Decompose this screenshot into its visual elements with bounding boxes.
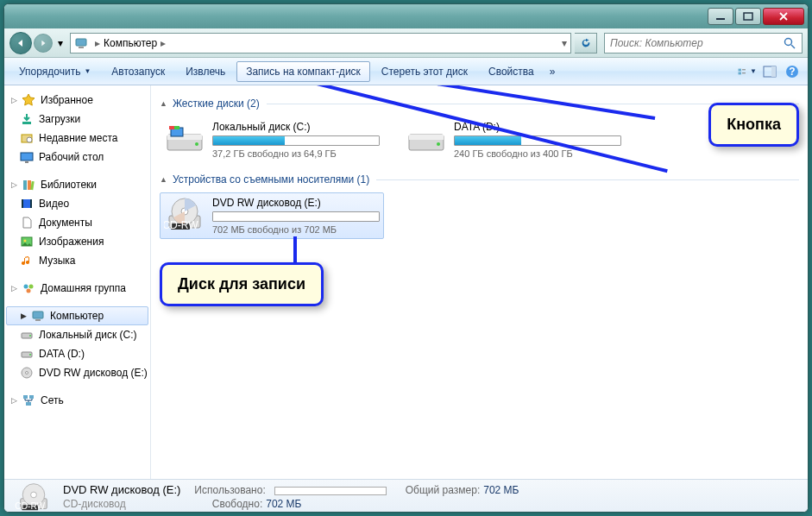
sidebar-homegroup[interactable]: ▷Домашняя группа [4, 279, 150, 298]
command-bar: Упорядочить▼ Автозапуск Извлечь Запись н… [4, 58, 808, 85]
address-dropdown-icon[interactable]: ▾ [562, 37, 567, 49]
organize-button[interactable]: Упорядочить▼ [9, 61, 100, 82]
search-icon [783, 36, 796, 50]
svg-rect-7 [742, 69, 746, 70]
sidebar-favorites[interactable]: ▷Избранное [4, 91, 150, 110]
properties-button[interactable]: Свойства [479, 61, 544, 82]
svg-point-25 [24, 240, 27, 242]
window-controls [706, 8, 804, 25]
sidebar-libraries[interactable]: ▷Библиотеки [4, 175, 150, 194]
sidebar-item-documents[interactable]: Документы [4, 213, 150, 232]
drive-e[interactable]: CD-RW DVD RW дисковод (E:) 702 МБ свобод… [160, 192, 384, 239]
sidebar-item-downloads[interactable]: Загрузки [4, 110, 150, 129]
more-commands-button[interactable]: » [545, 61, 560, 82]
svg-point-34 [29, 354, 31, 356]
burn-button[interactable]: Запись на компакт-диск [236, 61, 370, 82]
sidebar-item-drive-d[interactable]: DATA (D:) [4, 344, 150, 363]
view-options-button[interactable]: ▼ [737, 61, 758, 82]
annotation-button: Кнопка [708, 103, 799, 147]
sidebar-item-desktop[interactable]: Рабочий стол [4, 148, 150, 167]
network-icon [22, 393, 35, 407]
back-button[interactable] [9, 32, 32, 54]
search-box[interactable] [604, 33, 803, 53]
details-title: DVD RW дисковод (E:) [63, 483, 180, 496]
hdd-icon [20, 347, 34, 361]
sidebar-item-recent[interactable]: Недавние места [4, 129, 150, 148]
drive-usage-bar [212, 135, 380, 146]
svg-point-26 [24, 285, 28, 289]
close-button[interactable] [763, 8, 804, 25]
hdd-icon [406, 121, 447, 155]
minimize-button[interactable] [708, 8, 733, 25]
group-removable[interactable]: ▲Устройства со съемными носителями (1) [160, 173, 799, 186]
sidebar-network[interactable]: ▷Сеть [4, 391, 150, 410]
drive-c[interactable]: Локальный диск (C:) 37,2 ГБ свободно из … [160, 116, 384, 163]
drive-usage-bar [212, 211, 380, 222]
sidebar-computer[interactable]: ▶Компьютер [6, 306, 148, 325]
content-pane: ▲Жесткие диски (2) Локальный диск (C:) 3… [151, 85, 808, 479]
preview-pane-button[interactable] [759, 61, 780, 82]
forward-button[interactable] [34, 34, 53, 53]
downloads-icon [20, 112, 34, 126]
svg-rect-2 [76, 39, 86, 46]
search-input[interactable] [610, 37, 783, 49]
annotation-line [293, 236, 297, 262]
svg-text:CD-RW: CD-RW [15, 501, 45, 511]
details-pane: CD-RW DVD RW дисковод (E:)Использовано:О… [4, 479, 808, 513]
svg-point-48 [437, 142, 440, 146]
svg-rect-30 [35, 319, 41, 321]
nav-history-dropdown[interactable]: ▾ [54, 34, 66, 53]
refresh-button[interactable] [575, 33, 597, 53]
svg-rect-22 [22, 199, 23, 208]
eject-button[interactable]: Извлечь [176, 61, 235, 82]
hdd-icon [164, 121, 205, 155]
navigation-pane: ▷Избранное Загрузки Недавние места Рабоч… [4, 85, 151, 479]
optical-drive-icon: CD-RW [164, 197, 205, 231]
sidebar-item-drive-c[interactable]: Локальный диск (C:) [4, 325, 150, 344]
svg-rect-37 [23, 395, 28, 399]
group-hdd[interactable]: ▲Жесткие диски (2) [160, 98, 799, 110]
sidebar-item-video[interactable]: Видео [4, 194, 150, 213]
sidebar-item-drive-e[interactable]: DVD RW дисковод (E:) [4, 363, 150, 382]
address-bar[interactable]: ▸ Компьютер ▸ ▾ [70, 33, 571, 53]
autoplay-button[interactable]: Автозапуск [102, 61, 174, 82]
svg-rect-16 [21, 153, 33, 160]
drive-label: Локальный диск (C:) [212, 121, 380, 133]
recent-icon [20, 131, 34, 145]
titlebar [4, 4, 808, 28]
documents-icon [20, 216, 34, 230]
svg-rect-17 [25, 161, 28, 163]
svg-point-27 [29, 285, 34, 289]
sidebar-item-pictures[interactable]: Изображения [4, 232, 150, 251]
svg-point-4 [785, 38, 792, 45]
svg-rect-0 [716, 18, 725, 20]
maximize-button[interactable] [735, 8, 761, 25]
svg-rect-44 [169, 126, 174, 129]
desktop-icon [20, 150, 34, 164]
optical-drive-icon: CD-RW [13, 482, 54, 512]
svg-rect-6 [739, 72, 741, 74]
svg-rect-5 [739, 68, 741, 71]
drive-d[interactable]: DATA (D:) 240 ГБ свободно из 400 ГБ [401, 116, 626, 163]
pictures-icon [20, 235, 34, 249]
sidebar-item-music[interactable]: Музыка [4, 251, 150, 270]
drive-label: DVD RW дисковод (E:) [212, 197, 380, 209]
homegroup-icon [22, 281, 35, 295]
computer-icon [74, 36, 88, 50]
svg-rect-1 [744, 13, 752, 20]
libraries-icon [22, 178, 35, 192]
breadcrumb-root[interactable]: Компьютер [104, 37, 157, 49]
help-button[interactable]: ? [782, 61, 803, 82]
details-subtitle: CD-дисковод [63, 498, 126, 510]
navbar: ▾ ▸ Компьютер ▸ ▾ [4, 28, 808, 58]
video-icon [20, 197, 34, 211]
svg-rect-47 [409, 135, 444, 140]
svg-rect-8 [742, 72, 746, 73]
svg-rect-10 [771, 66, 776, 77]
erase-button[interactable]: Стереть этот диск [372, 61, 477, 82]
svg-rect-29 [33, 311, 43, 318]
details-usage-bar [274, 487, 387, 495]
svg-point-42 [195, 142, 198, 146]
svg-rect-38 [29, 395, 34, 399]
svg-text:?: ? [789, 66, 795, 78]
